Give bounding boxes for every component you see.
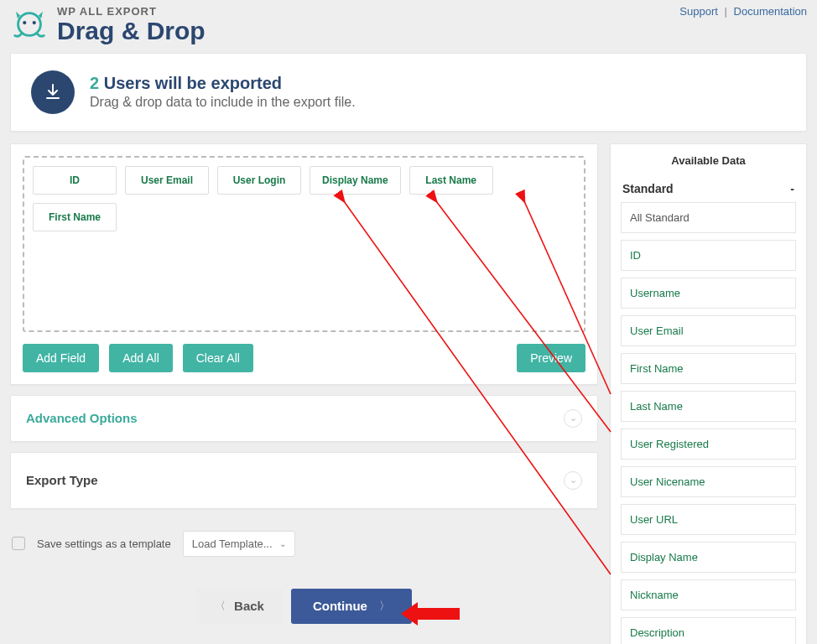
status-headline: 2 Users will be exported [90,74,356,93]
field-chip[interactable]: User Email [125,166,209,195]
available-item[interactable]: Nickname [621,579,796,610]
chevron-right-icon: 〉 [379,599,390,614]
clear-all-button[interactable]: Clear All [183,344,253,372]
section-standard[interactable]: Standard - [621,175,796,202]
available-item[interactable]: User Registered [621,428,796,460]
continue-label: Continue [313,599,367,613]
svg-point-2 [33,21,36,24]
add-field-button[interactable]: Add Field [23,344,99,372]
available-item[interactable]: User Email [621,315,796,346]
page-title: Drag & Drop [57,18,206,44]
available-item[interactable]: User URL [621,504,796,535]
chevron-down-icon: ⌄ [564,471,582,490]
available-item[interactable]: All Standard [621,202,796,233]
save-template-checkbox[interactable] [12,537,25,550]
svg-point-1 [23,21,26,24]
field-chip[interactable]: Last Name [409,166,493,195]
field-chip[interactable]: User Login [217,166,301,195]
load-template-value: Load Template... [192,538,273,550]
field-chip[interactable]: Display Name [310,166,401,195]
advanced-options-label: Advanced Options [26,411,138,425]
chevron-left-icon: 〈 [215,599,226,614]
brand: WP ALL EXPORT Drag & Drop [10,5,206,44]
status-suffix: Users will be exported [104,74,282,92]
advanced-options-panel[interactable]: Advanced Options ⌄ [10,395,598,442]
add-all-button[interactable]: Add All [109,344,173,372]
export-type-label: Export Type [26,473,98,487]
svg-point-0 [18,13,41,36]
collapse-icon: - [790,182,794,195]
link-separator: | [725,5,727,18]
status-subtext: Drag & drop data to include in the expor… [90,95,356,110]
available-item[interactable]: First Name [621,353,796,384]
brand-small: WP ALL EXPORT [57,5,206,18]
load-template-select[interactable]: Load Template... ⌄ [183,531,295,557]
available-item[interactable]: Display Name [621,542,796,573]
back-label: Back [234,599,264,613]
field-chip[interactable]: ID [33,166,117,195]
download-icon [31,70,75,114]
available-item[interactable]: ID [621,240,796,271]
available-item[interactable]: Username [621,278,796,309]
chevron-down-icon: ⌄ [279,539,286,548]
section-standard-label: Standard [622,182,674,195]
available-data-title: Available Data [621,154,796,167]
logo-icon [10,5,49,44]
chevron-down-icon: ⌄ [564,409,582,428]
dropzone[interactable]: IDUser EmailUser LoginDisplay NameLast N… [23,156,585,332]
available-item[interactable]: Last Name [621,391,796,422]
top-links: Support | Documentation [679,5,807,18]
field-chip[interactable]: First Name [33,203,117,231]
save-template-label: Save settings as a template [37,538,171,550]
available-item[interactable]: User Nicename [621,466,796,497]
continue-button[interactable]: Continue 〉 [291,589,412,624]
export-type-panel[interactable]: Export Type ⌄ [10,452,598,509]
back-button[interactable]: 〈 Back [196,589,283,624]
export-count: 2 [90,74,99,92]
builder-card: IDUser EmailUser LoginDisplay NameLast N… [10,143,598,385]
available-data-panel: Available Data Standard - All StandardID… [610,143,807,645]
available-item[interactable]: Description [621,617,796,645]
documentation-link[interactable]: Documentation [734,5,807,18]
support-link[interactable]: Support [679,5,718,18]
status-card: 2 Users will be exported Drag & drop dat… [10,53,807,132]
preview-button[interactable]: Preview [517,344,585,372]
